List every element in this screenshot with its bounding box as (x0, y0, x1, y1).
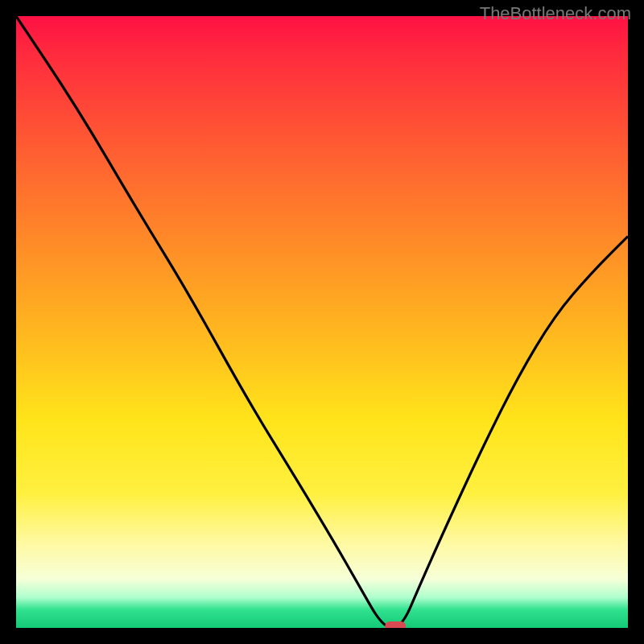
plot-area (16, 16, 628, 628)
optimum-marker (385, 621, 406, 628)
chart-container: TheBottleneck.com (0, 0, 644, 644)
bottleneck-curve (16, 16, 628, 628)
attribution-watermark: TheBottleneck.com (480, 3, 631, 24)
chart-svg (16, 16, 628, 628)
